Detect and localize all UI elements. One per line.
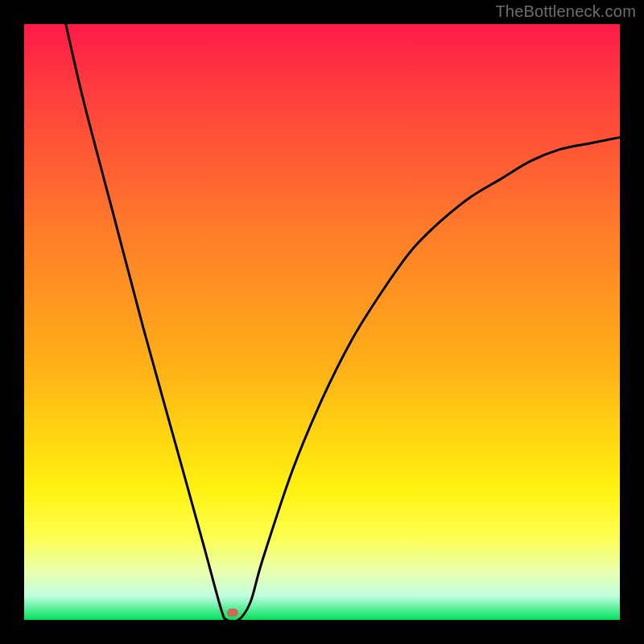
bottleneck-curve <box>66 24 620 621</box>
watermark-text: TheBottleneck.com <box>495 2 636 21</box>
curve-svg <box>24 24 620 620</box>
chart-frame: TheBottleneck.com <box>0 0 644 644</box>
optimum-marker <box>227 609 238 617</box>
plot-area <box>24 24 620 620</box>
